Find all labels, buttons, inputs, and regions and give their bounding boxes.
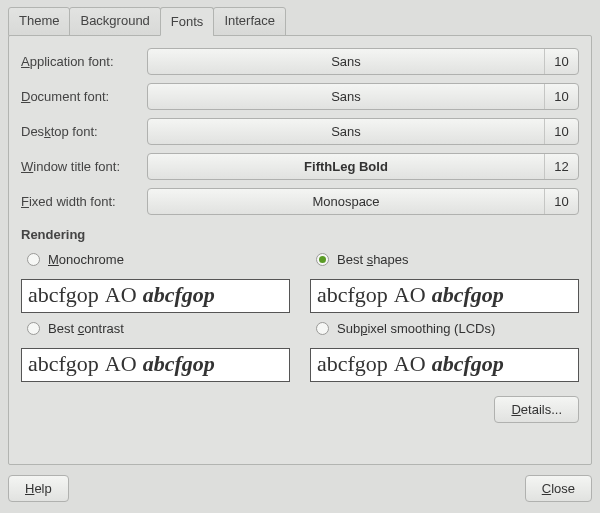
- radio-best-contrast[interactable]: Best contrast: [21, 319, 290, 342]
- radio-monochrome-label: Monochrome: [48, 252, 124, 267]
- radio-best-shapes[interactable]: Best shapes: [310, 250, 579, 273]
- rendering-grid: Monochrome Best shapes abcfgop AO abcfgo…: [21, 250, 579, 382]
- application-font-label: Application font:: [21, 54, 139, 69]
- radio-icon: [316, 253, 329, 266]
- tab-fonts[interactable]: Fonts: [160, 7, 215, 36]
- radio-icon: [27, 322, 40, 335]
- window-title-font-label: Window title font:: [21, 159, 139, 174]
- window-title-font-row: Window title font: FifthLeg Bold 12: [21, 153, 579, 180]
- desktop-font-button[interactable]: Sans 10: [147, 118, 579, 145]
- tab-interface[interactable]: Interface: [213, 7, 286, 36]
- fonts-panel: Application font: Sans 10 Document font:…: [8, 35, 592, 465]
- sample-best-shapes: abcfgop AO abcfgop: [310, 279, 579, 313]
- radio-icon: [316, 322, 329, 335]
- document-font-name: Sans: [148, 84, 544, 109]
- desktop-font-size: 10: [544, 119, 578, 144]
- fixed-width-font-name: Monospace: [148, 189, 544, 214]
- radio-subpixel[interactable]: Subpixel smoothing (LCDs): [310, 319, 579, 342]
- details-button[interactable]: Details...: [494, 396, 579, 423]
- fixed-width-font-label: Fixed width font:: [21, 194, 139, 209]
- desktop-font-row: Desktop font: Sans 10: [21, 118, 579, 145]
- radio-monochrome[interactable]: Monochrome: [21, 250, 290, 273]
- fixed-width-font-size: 10: [544, 189, 578, 214]
- window-title-font-name: FifthLeg Bold: [148, 154, 544, 179]
- fixed-width-font-row: Fixed width font: Monospace 10: [21, 188, 579, 215]
- window-title-font-button[interactable]: FifthLeg Bold 12: [147, 153, 579, 180]
- radio-best-contrast-label: Best contrast: [48, 321, 124, 336]
- details-row: Details...: [21, 396, 579, 423]
- application-font-name: Sans: [148, 49, 544, 74]
- fixed-width-font-button[interactable]: Monospace 10: [147, 188, 579, 215]
- window-title-font-size: 12: [544, 154, 578, 179]
- radio-best-shapes-label: Best shapes: [337, 252, 409, 267]
- document-font-row: Document font: Sans 10: [21, 83, 579, 110]
- close-button[interactable]: Close: [525, 475, 592, 502]
- document-font-label: Document font:: [21, 89, 139, 104]
- document-font-button[interactable]: Sans 10: [147, 83, 579, 110]
- application-font-size: 10: [544, 49, 578, 74]
- tabs: Theme Background Fonts Interface: [8, 6, 592, 35]
- radio-icon: [27, 253, 40, 266]
- bottom-bar: Help Close: [8, 475, 592, 502]
- sample-subpixel: abcfgop AO abcfgop: [310, 348, 579, 382]
- tab-background[interactable]: Background: [69, 7, 160, 36]
- desktop-font-label: Desktop font:: [21, 124, 139, 139]
- rendering-title: Rendering: [21, 227, 579, 242]
- radio-subpixel-label: Subpixel smoothing (LCDs): [337, 321, 495, 336]
- application-font-row: Application font: Sans 10: [21, 48, 579, 75]
- document-font-size: 10: [544, 84, 578, 109]
- tab-theme[interactable]: Theme: [8, 7, 70, 36]
- desktop-font-name: Sans: [148, 119, 544, 144]
- application-font-button[interactable]: Sans 10: [147, 48, 579, 75]
- sample-best-contrast: abcfgop AO abcfgop: [21, 348, 290, 382]
- sample-monochrome: abcfgop AO abcfgop: [21, 279, 290, 313]
- help-button[interactable]: Help: [8, 475, 69, 502]
